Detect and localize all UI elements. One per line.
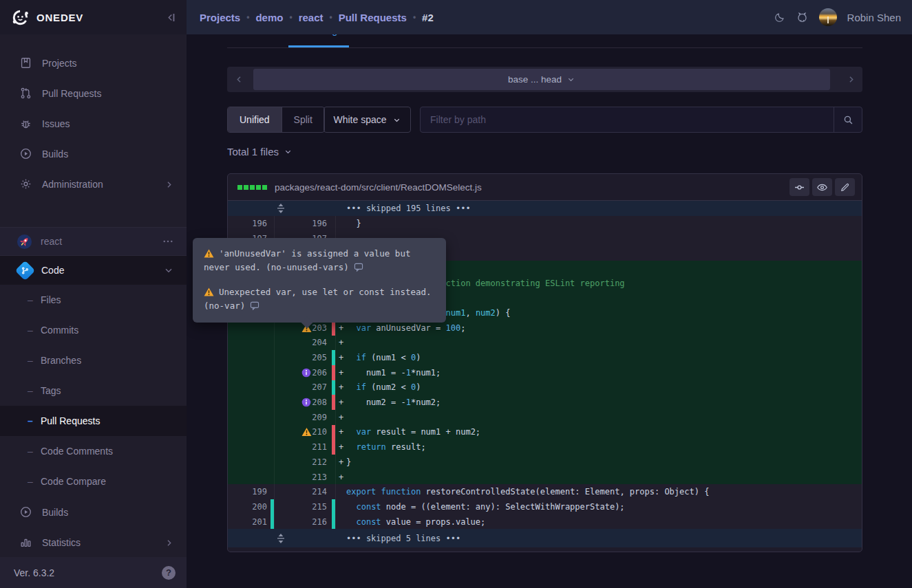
diff-row-196[interactable]: 196196 } <box>228 216 862 231</box>
commit-button[interactable] <box>789 178 809 196</box>
whitespace-dropdown[interactable]: White space <box>324 107 411 133</box>
sidebar-subitem-tags[interactable]: –Tags <box>0 375 187 406</box>
avatar[interactable] <box>819 8 837 26</box>
sidebar-subitem-branches[interactable]: –Branches <box>0 345 187 375</box>
sidebar-item-label: Administration <box>42 179 103 190</box>
sidebar-project-react[interactable]: react <box>0 227 187 256</box>
old-line-number: 201 <box>228 514 275 530</box>
old-line-number <box>228 425 275 440</box>
sidebar-subitem-code-comments[interactable]: –Code Comments <box>0 436 187 466</box>
sidebar-subitem-code-compare[interactable]: –Code Compare <box>0 466 187 497</box>
dark-mode-icon[interactable] <box>774 12 785 23</box>
dash-bullet-icon: – <box>28 385 41 396</box>
user-name[interactable]: Robin Shen <box>847 12 901 23</box>
sidebar-item-issues[interactable]: Issues <box>0 109 187 139</box>
pencil-button[interactable] <box>835 178 855 196</box>
project-more-icon[interactable] <box>162 235 174 248</box>
diffstat-blocks <box>237 185 267 190</box>
sidebar-item-statistics[interactable]: Statistics <box>0 527 187 558</box>
breadcrumb-item-pull-requests[interactable]: Pull Requests <box>339 12 407 23</box>
diff-row-214[interactable]: 199214export function restoreControlledS… <box>228 484 862 499</box>
file-diff-card: packages/react-dom/src/client/ReactDOMSe… <box>227 173 862 552</box>
sidebar-subitem-label: Tags <box>41 385 61 396</box>
code-token <box>346 442 356 452</box>
code-line: if (num1 < 0) <box>346 350 862 365</box>
total-files-label: Total 1 files <box>227 146 279 157</box>
commit-range-selector[interactable]: base ... head <box>253 69 830 90</box>
sidebar-subitem-label: Code Compare <box>41 476 106 487</box>
code-token <box>346 517 356 527</box>
sidebar-item-builds[interactable]: Builds <box>0 139 187 169</box>
code-line: return result; <box>346 439 862 455</box>
sidebar-subitem-files[interactable]: –Files <box>0 285 187 315</box>
diff-row-216[interactable]: 201216 const value = props.value; <box>228 514 862 530</box>
sidebar-item-administration[interactable]: Administration <box>0 169 187 199</box>
code-token: if <box>356 382 365 392</box>
chevron-right-icon <box>164 538 174 548</box>
old-line-number <box>228 395 275 410</box>
github-icon[interactable] <box>796 11 809 24</box>
code-token: 0 <box>411 353 416 362</box>
breadcrumb-item-demo[interactable]: demo <box>255 12 283 23</box>
unified-button[interactable]: Unified <box>228 107 282 132</box>
diff-row-208[interactable]: 208+ num2 = -1*num2; <box>228 395 862 410</box>
diff-row-204[interactable]: 204+ <box>228 336 862 351</box>
code-token: node = ((element: any): SelectWithWrappe… <box>381 502 625 512</box>
help-icon[interactable]: ? <box>162 566 176 580</box>
sidebar-subitem-commits[interactable]: –Commits <box>0 315 187 345</box>
diff-row-209[interactable]: 209+ <box>228 410 862 425</box>
sidebar-item-pull-requests[interactable]: Pull Requests <box>0 78 187 109</box>
old-line-number <box>228 336 275 351</box>
diff-row-215[interactable]: 200215 const node = ((element: any): Sel… <box>228 499 862 514</box>
expand-lines-icon[interactable] <box>277 204 285 214</box>
warning-icon[interactable] <box>301 428 312 437</box>
chevron-down-icon <box>566 75 575 84</box>
total-files-dropdown[interactable]: Total 1 files <box>227 146 293 157</box>
sidebar-item-projects[interactable]: Projects <box>0 48 187 78</box>
diff-sign: + <box>336 425 346 440</box>
diff-row-205[interactable]: 205+ if (num1 < 0) <box>228 350 862 365</box>
sidebar-item-code[interactable]: Code <box>0 256 187 285</box>
info-icon[interactable] <box>301 398 311 407</box>
range-prev-icon[interactable] <box>229 67 249 92</box>
sidebar-item-builds[interactable]: Builds <box>0 497 187 527</box>
diff-sign: + <box>336 336 346 351</box>
code-token: , <box>465 308 475 318</box>
range-next-icon[interactable] <box>840 67 861 92</box>
diff-row-211[interactable]: 211+ return result; <box>228 439 862 455</box>
breadcrumb-item-2[interactable]: #2 <box>422 12 434 23</box>
code-token: restoreControlledState(element: Element,… <box>421 487 709 497</box>
filter-by-path-input[interactable] <box>421 107 834 132</box>
diff-sign <box>336 514 346 530</box>
new-line-number: 212 <box>275 455 336 470</box>
dash-bullet-icon: – <box>28 446 41 457</box>
diff-row-206[interactable]: 206+ num1 = -1*num1; <box>228 365 862 380</box>
diff-sign: + <box>336 470 346 485</box>
breadcrumb-item-projects[interactable]: Projects <box>200 12 240 23</box>
diff-row-212[interactable]: 212+} <box>228 455 862 470</box>
sidebar-item-label: Builds <box>42 149 68 160</box>
chevron-down-icon <box>392 116 401 124</box>
info-icon[interactable] <box>301 368 311 378</box>
sidebar-collapse-button[interactable] <box>165 11 178 24</box>
chevron-down-icon <box>163 265 174 276</box>
add-comment-icon[interactable] <box>250 301 259 310</box>
sidebar-item-label: Issues <box>42 118 70 129</box>
split-button[interactable]: Split <box>282 107 324 132</box>
search-icon[interactable] <box>834 107 862 132</box>
breadcrumb-item-react[interactable]: react <box>299 12 324 23</box>
sidebar-subitem-pull-requests[interactable]: –Pull Requests <box>0 406 187 436</box>
eye-button[interactable] <box>812 178 832 196</box>
diff-row-210[interactable]: 210+ var result = num1 + num2; <box>228 425 862 440</box>
diff-row-213[interactable]: 213+ <box>228 470 862 485</box>
diff-row-203[interactable]: 203+ var anUnusedVar = 100; <box>228 320 862 336</box>
bug-icon <box>19 117 33 131</box>
expand-lines-icon[interactable] <box>277 533 285 543</box>
code-token: const <box>356 517 381 527</box>
sidebar-footer: Ver. 6.3.2 ? <box>0 557 187 588</box>
sidebar-main-menu: ProjectsPull RequestsIssuesBuildsAdminis… <box>0 48 187 199</box>
diff-row-207[interactable]: 207+ if (num2 < 0) <box>228 380 862 395</box>
add-comment-icon[interactable] <box>354 263 363 272</box>
code-line: var anUnusedVar = 100; <box>346 320 862 336</box>
code-token: *num1; <box>411 368 441 378</box>
